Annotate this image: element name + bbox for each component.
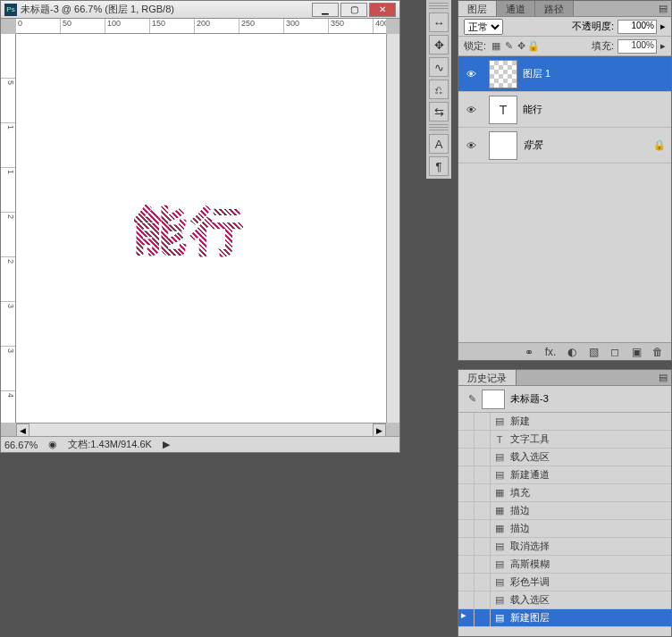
ruler-tick: 300 xyxy=(284,19,329,33)
fill-input[interactable]: 100% xyxy=(617,39,657,54)
tab-history[interactable]: 历史记录 xyxy=(458,370,517,385)
layer-name[interactable]: 背景 xyxy=(523,138,653,152)
layers-footer-button[interactable]: 🗑 xyxy=(650,345,666,359)
history-step[interactable]: ▤载入选区 xyxy=(458,448,671,466)
layer-name[interactable]: 图层 1 xyxy=(523,67,653,80)
dock-tool-2[interactable]: ✥ xyxy=(429,35,449,54)
tab-paths[interactable]: 路径 xyxy=(535,1,574,16)
history-step-label: 新建图层 xyxy=(508,611,671,624)
fill-label: 填充: xyxy=(592,39,614,53)
history-step[interactable]: ▤新建 xyxy=(458,413,671,431)
ruler-horizontal[interactable]: 050100150200250300350400450500550 xyxy=(16,19,386,34)
opacity-input[interactable]: 100% xyxy=(617,20,657,34)
history-step-col xyxy=(475,431,491,448)
history-step-icon: ▦ xyxy=(491,505,508,516)
panel-menu-icon[interactable]: ▤ xyxy=(655,1,671,16)
dock-tool-0[interactable] xyxy=(429,3,449,10)
canvas-area[interactable]: 能行 xyxy=(16,34,386,423)
tab-layers[interactable]: 图层 xyxy=(458,1,497,16)
history-step[interactable]: ▤高斯模糊 xyxy=(458,556,671,574)
history-step-label: 描边 xyxy=(508,522,671,535)
history-mark xyxy=(458,431,475,448)
history-step[interactable]: T文字工具 xyxy=(458,431,671,448)
history-step-label: 载入选区 xyxy=(508,593,671,607)
status-arrow-icon[interactable]: ▶ xyxy=(163,439,170,450)
visibility-eye-icon[interactable]: 👁 xyxy=(458,140,483,151)
ruler-tick xyxy=(1,34,15,79)
history-step-icon: ▦ xyxy=(491,487,508,499)
ruler-vertical[interactable]: 5112233445566 xyxy=(1,34,16,423)
fill-arrow-icon[interactable]: ▸ xyxy=(660,40,666,52)
history-step-icon: ▤ xyxy=(491,594,508,606)
dock-tool-8[interactable]: ¶ xyxy=(429,156,449,176)
ruler-tick: 50 xyxy=(61,19,105,33)
history-mark xyxy=(458,591,475,608)
dock-tool-4[interactable]: ⎌ xyxy=(429,80,449,99)
lock-option-icon[interactable]: ✎ xyxy=(502,40,515,52)
dock-tool-7[interactable]: A xyxy=(429,134,449,154)
history-step[interactable]: ▤取消选择 xyxy=(458,538,671,556)
history-panel: 历史记录 ▤ ✎ 未标题-3 ▤新建T文字工具▤载入选区▤新建通道▦填充▦描边▦… xyxy=(458,369,672,637)
doc-info: 文档:1.43M/914.6K xyxy=(68,438,152,451)
lock-option-icon[interactable]: ▦ xyxy=(490,40,502,52)
history-brush-icon[interactable]: ✎ xyxy=(462,393,482,405)
dock-tool-1[interactable]: ↔ xyxy=(429,13,449,32)
layer-thumb: T xyxy=(489,96,517,124)
close-button[interactable]: ✕ xyxy=(369,3,396,17)
blend-mode-select[interactable]: 正常 xyxy=(464,19,503,35)
ruler-tick: 350 xyxy=(329,19,374,33)
canvas[interactable]: 能行 xyxy=(18,36,384,421)
dock-tool-6[interactable] xyxy=(429,124,449,131)
history-step[interactable]: ▦填充 xyxy=(458,484,671,502)
layer-row[interactable]: 👁图层 1 xyxy=(458,56,671,92)
history-mark xyxy=(458,466,475,483)
visibility-eye-icon[interactable]: 👁 xyxy=(458,69,483,80)
lock-option-icon[interactable]: ✥ xyxy=(515,40,527,52)
opacity-arrow-icon[interactable]: ▸ xyxy=(660,21,666,32)
history-snapshot[interactable]: ✎ 未标题-3 xyxy=(458,386,671,413)
history-step[interactable]: ▤彩色半调 xyxy=(458,574,671,591)
scroll-right-icon[interactable]: ▶ xyxy=(373,423,386,437)
scroll-left-icon[interactable]: ◀ xyxy=(16,423,29,437)
history-step-col xyxy=(475,520,491,537)
dock-tool-3[interactable]: ∿ xyxy=(429,57,449,77)
history-step-col xyxy=(475,609,491,626)
layer-lock-icon: 🔒 xyxy=(653,139,671,151)
history-step-icon: ▤ xyxy=(491,558,508,570)
layers-footer-button[interactable]: ▣ xyxy=(628,345,644,359)
maximize-button[interactable]: ▢ xyxy=(340,3,367,17)
history-step[interactable]: ▦描边 xyxy=(458,520,671,538)
history-mark xyxy=(458,484,475,501)
history-step[interactable]: ▤新建通道 xyxy=(458,466,671,484)
panel-menu-icon[interactable]: ▤ xyxy=(655,370,671,385)
lock-option-icon[interactable]: 🔒 xyxy=(527,40,540,52)
titlebar[interactable]: Ps 未标题-3 @ 66.7% (图层 1, RGB/8) ▁ ▢ ✕ xyxy=(1,1,399,19)
layer-row[interactable]: 👁背景🔒 xyxy=(458,128,671,163)
history-step[interactable]: ▦描边 xyxy=(458,502,671,520)
layer-name[interactable]: 能行 xyxy=(523,103,653,116)
layer-row[interactable]: 👁T能行 xyxy=(458,92,671,128)
opacity-label: 不透明度: xyxy=(572,20,614,33)
scrollbar-horizontal[interactable]: ◀ ▶ xyxy=(16,423,386,436)
history-step-label: 高斯模糊 xyxy=(508,557,671,571)
ruler-tick: 3 xyxy=(1,347,15,391)
ruler-tick: 1 xyxy=(1,123,15,168)
minimize-button[interactable]: ▁ xyxy=(312,3,339,17)
layers-footer-button[interactable]: ⚭ xyxy=(521,345,537,359)
visibility-eye-icon[interactable]: 👁 xyxy=(458,105,483,115)
snapshot-name: 未标题-3 xyxy=(510,392,549,406)
tab-channels[interactable]: 通道 xyxy=(497,1,535,16)
ruler-tick: 0 xyxy=(16,19,61,33)
scrollbar-vertical[interactable] xyxy=(386,34,399,423)
layers-footer-button[interactable]: ▧ xyxy=(585,345,601,359)
layers-footer-button[interactable]: fx. xyxy=(542,345,559,359)
zoom-level[interactable]: 66.67% xyxy=(4,440,38,450)
layers-footer-button[interactable]: ◻ xyxy=(607,345,623,359)
history-step-icon: ▤ xyxy=(491,415,508,427)
layers-panel-footer: ⚭fx.◐▧◻▣🗑 xyxy=(458,342,671,360)
dock-tool-5[interactable]: ⇆ xyxy=(429,102,449,122)
history-step-col xyxy=(475,538,491,555)
layers-footer-button[interactable]: ◐ xyxy=(564,345,580,359)
history-step[interactable]: ▤新建图层 xyxy=(458,609,671,627)
history-step[interactable]: ▤载入选区 xyxy=(458,591,671,609)
